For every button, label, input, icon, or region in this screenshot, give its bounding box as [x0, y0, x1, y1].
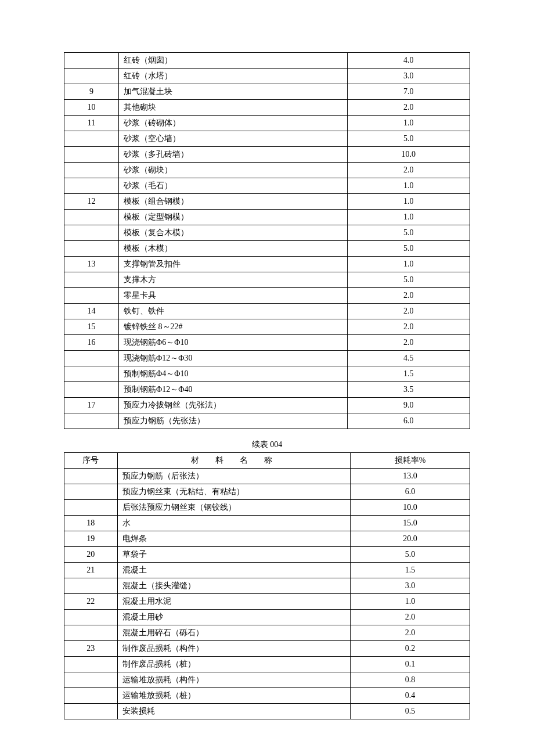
cell-rate: 0.4: [351, 688, 470, 704]
cell-rate: 2.0: [347, 163, 470, 178]
cell-rate: 0.1: [351, 657, 470, 672]
cell-seq: [64, 382, 119, 398]
cell-rate: 2.0: [347, 319, 470, 335]
cell-name: 铁钉、铁件: [119, 304, 348, 319]
table-row: 支撑木方5.0: [64, 272, 470, 288]
cell-seq: [64, 241, 119, 257]
cell-name: 红砖（水塔）: [119, 69, 348, 84]
table-row: 混凝土用砂2.0: [64, 610, 470, 625]
table-row: 混凝土用碎石（砾石）2.0: [64, 625, 470, 641]
cell-rate: 1.0: [347, 116, 470, 131]
cell-seq: 20: [64, 547, 118, 563]
table-caption-2: 续表 004: [64, 440, 470, 450]
cell-rate: 1.5: [351, 563, 470, 578]
cell-rate: 3.5: [347, 382, 470, 398]
cell-seq: [64, 131, 119, 147]
table-row: 预制钢筋Φ4～Φ101.5: [64, 366, 470, 382]
cell-name: 混凝土用碎石（砾石）: [117, 625, 351, 641]
cell-rate: 2.0: [347, 288, 470, 304]
cell-rate: 2.0: [347, 304, 470, 319]
cell-seq: 21: [64, 563, 118, 578]
cell-seq: 14: [64, 304, 119, 319]
cell-seq: 12: [64, 194, 119, 210]
cell-rate: 7.0: [347, 84, 470, 100]
cell-name: 预制钢筋Φ12～Φ40: [119, 382, 348, 398]
table-row: 10其他砌块2.0: [64, 100, 470, 116]
table-row: 19电焊条20.0: [64, 531, 470, 547]
table-row: 17预应力冷拔钢丝（先张法）9.0: [64, 398, 470, 413]
table-row: 模板（复合木模）5.0: [64, 225, 470, 241]
table-row: 18水15.0: [64, 516, 470, 531]
table-row: 混凝土（接头灌缝）3.0: [64, 578, 470, 594]
cell-name: 现浇钢筋Φ12～Φ30: [119, 351, 348, 366]
table-row: 9加气混凝土块7.0: [64, 84, 470, 100]
cell-seq: [64, 610, 118, 625]
table-row: 红砖（水塔）3.0: [64, 69, 470, 84]
cell-rate: 13.0: [351, 469, 470, 484]
table-row: 砂浆（多孔砖墙）10.0: [64, 147, 470, 163]
cell-seq: 10: [64, 100, 119, 116]
cell-name: 预应力钢丝束（无粘结、有粘结）: [117, 484, 351, 500]
cell-seq: 22: [64, 594, 118, 610]
table-row: 零星卡具2.0: [64, 288, 470, 304]
cell-name: 预应力钢筋（后张法）: [117, 469, 351, 484]
cell-name: 草袋子: [117, 547, 351, 563]
cell-seq: [64, 272, 119, 288]
cell-rate: 1.0: [347, 257, 470, 272]
cell-seq: [64, 625, 118, 641]
cell-rate: 6.0: [347, 413, 470, 429]
cell-name: 电焊条: [117, 531, 351, 547]
cell-name: 砂浆（空心墙）: [119, 131, 348, 147]
table-row: 16现浇钢筋Φ6～Φ102.0: [64, 335, 470, 351]
table-row: 砂浆（空心墙）5.0: [64, 131, 470, 147]
cell-name: 砂浆（多孔砖墙）: [119, 147, 348, 163]
cell-name: 混凝土: [117, 563, 351, 578]
cell-name: 模板（复合木模）: [119, 225, 348, 241]
table-row: 运输堆放损耗（构件）0.8: [64, 672, 470, 688]
cell-name: 运输堆放损耗（构件）: [117, 672, 351, 688]
cell-rate: 5.0: [351, 547, 470, 563]
cell-rate: 1.0: [347, 178, 470, 194]
table-row: 砂浆（毛石）1.0: [64, 178, 470, 194]
table-row: 21混凝土1.5: [64, 563, 470, 578]
cell-rate: 2.0: [351, 610, 470, 625]
table-row: 13支撑钢管及扣件1.0: [64, 257, 470, 272]
cell-seq: [64, 469, 118, 484]
cell-name: 混凝土（接头灌缝）: [117, 578, 351, 594]
cell-seq: 9: [64, 84, 119, 100]
cell-rate: 1.0: [351, 594, 470, 610]
cell-seq: [64, 225, 119, 241]
cell-rate: 20.0: [351, 531, 470, 547]
cell-seq: [64, 163, 119, 178]
table-row: 现浇钢筋Φ12～Φ304.5: [64, 351, 470, 366]
cell-name: 安装损耗: [117, 704, 351, 719]
cell-rate: 2.0: [351, 625, 470, 641]
cell-name: 砂浆（砖砌体）: [119, 116, 348, 131]
table-row: 预应力钢筋（先张法）6.0: [64, 413, 470, 429]
cell-rate: 3.0: [351, 578, 470, 594]
table-row: 预应力钢丝束（无粘结、有粘结）6.0: [64, 484, 470, 500]
cell-seq: [64, 288, 119, 304]
cell-name: 红砖（烟囱）: [119, 53, 348, 69]
cell-seq: 19: [64, 531, 118, 547]
cell-name: 混凝土用水泥: [117, 594, 351, 610]
cell-seq: [64, 147, 119, 163]
table-header-row: 序号 材料名称 损耗率%: [64, 453, 470, 469]
cell-name: 镀锌铁丝 8～22#: [119, 319, 348, 335]
cell-rate: 6.0: [351, 484, 470, 500]
cell-rate: 10.0: [351, 500, 470, 516]
cell-seq: 17: [64, 398, 119, 413]
cell-name: 预制钢筋Φ4～Φ10: [119, 366, 348, 382]
table-row: 22混凝土用水泥1.0: [64, 594, 470, 610]
cell-seq: [64, 53, 119, 69]
cell-rate: 5.0: [347, 272, 470, 288]
cell-seq: [64, 500, 118, 516]
cell-name: 制作废品损耗（桩）: [117, 657, 351, 672]
cell-rate: 2.0: [347, 100, 470, 116]
cell-name: 后张法预应力钢丝束（钢铰线）: [117, 500, 351, 516]
cell-name: 支撑钢管及扣件: [119, 257, 348, 272]
cell-name: 预应力冷拔钢丝（先张法）: [119, 398, 348, 413]
header-seq: 序号: [64, 453, 118, 469]
cell-seq: [64, 657, 118, 672]
table-row: 20草袋子5.0: [64, 547, 470, 563]
